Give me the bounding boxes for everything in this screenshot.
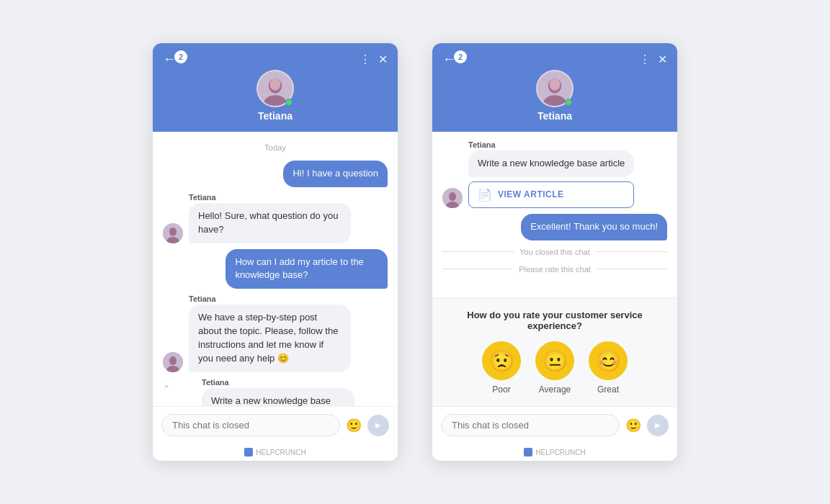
right-chat-body: Tetiana Write a new knowledge base artic… <box>432 132 677 297</box>
right-chat-header: ← 2 ⋮ ✕ Tetiana <box>432 43 677 132</box>
right-agent-bubble-1: Write a new knowledge base article <box>468 150 634 177</box>
right-chat-window: ← 2 ⋮ ✕ Tetiana <box>432 43 677 461</box>
right-input-area: 🙂 ► <box>432 406 677 444</box>
left-chat-body: Today Hi! I have a question Tetiana <box>153 132 398 406</box>
agent-msg-avatar-2 <box>163 352 183 372</box>
left-footer-text: HELPCRUNCH <box>256 449 305 456</box>
helpcrunch-logo-left <box>244 448 253 456</box>
left-header-right: ⋮ ✕ <box>360 53 388 66</box>
agent-sender-3: Tetiana <box>202 378 354 387</box>
back-icon[interactable]: ← <box>163 52 176 67</box>
agent-name: Tetiana <box>258 110 293 122</box>
system-text-closed: You closed this chat <box>519 248 589 256</box>
system-line-right <box>596 251 667 252</box>
right-agent-avatar-wrapper <box>536 70 574 107</box>
agent-message-1: Tetiana Hello! Sure, what question do yo… <box>163 193 388 243</box>
right-agent-msg-avatar-1 <box>442 188 463 208</box>
agent-message-3: Tetiana Write a new knowledge base artic… <box>176 378 388 406</box>
agent-bubble-1: Hello! Sure, what question do you have? <box>189 203 351 243</box>
article-label: VIEW ARTICLE <box>498 189 564 199</box>
svg-point-18 <box>449 192 456 201</box>
agent-bubble-3: Write a new knowledge base article <box>202 388 354 406</box>
rating-option-poor[interactable]: 😟 Poor <box>482 341 521 395</box>
right-send-button[interactable]: ► <box>647 415 669 436</box>
left-chat-window: ← 2 ⋮ ✕ Tetiana <box>153 43 398 461</box>
agent-sender-1: Tetiana <box>189 193 351 202</box>
right-close-icon[interactable]: ✕ <box>658 53 667 66</box>
right-online-dot <box>565 99 572 106</box>
system-line-left <box>442 251 514 252</box>
article-card[interactable]: 📄 VIEW ARTICLE <box>468 181 634 208</box>
right-header-left: ← 2 <box>442 52 455 67</box>
right-agent-name: Tetiana <box>537 110 572 122</box>
agent-message-2-content: Tetiana We have a step-by-step post abou… <box>189 294 351 372</box>
user-message-2-content: How can I add my article to the knowledg… <box>226 249 388 289</box>
right-header-right: ⋮ ✕ <box>639 53 667 66</box>
right-user-bubble-1: Excellent! Thank you so much! <box>521 214 667 240</box>
svg-point-3 <box>270 78 281 91</box>
system-line-right2 <box>597 269 667 269</box>
rating-question: How do you rate your customer service ex… <box>444 310 666 331</box>
agent-message-3-content: Tetiana Write a new knowledge base artic… <box>202 378 354 406</box>
user-message-2: How can I add my article to the knowledg… <box>163 249 388 289</box>
collapse-arrow[interactable]: ⌄ <box>163 379 170 390</box>
online-dot <box>285 99 293 106</box>
agent-sender-2: Tetiana <box>189 294 351 303</box>
left-send-button[interactable]: ► <box>367 415 389 436</box>
right-emoji-button[interactable]: 🙂 <box>625 418 641 433</box>
left-send-icon: ► <box>374 420 383 431</box>
agent-message-2: Tetiana We have a step-by-step post abou… <box>163 294 388 372</box>
right-agent-message-1: Tetiana Write a new knowledge base artic… <box>442 140 667 208</box>
left-input-area: 🙂 ► <box>153 406 398 444</box>
more-icon[interactable]: ⋮ <box>360 53 371 66</box>
document-icon: 📄 <box>478 188 492 202</box>
system-msg-rate: Please rate this chat <box>442 265 667 274</box>
rating-section: How do you rate your customer service ex… <box>432 297 677 406</box>
right-notification-badge: 2 <box>454 50 467 63</box>
user-bubble-1: Hi! I have a question <box>283 161 388 187</box>
agent-message-1-content: Tetiana Hello! Sure, what question do yo… <box>189 193 351 243</box>
svg-point-5 <box>169 228 177 236</box>
left-chat-input[interactable] <box>161 414 340 436</box>
notification-badge: 2 <box>174 50 187 63</box>
rating-options: 😟 Poor 😐 Average 😊 Great <box>444 341 666 395</box>
page-wrapper: ← 2 ⋮ ✕ Tetiana <box>0 0 830 504</box>
agent-collapsed-row: ⌄ Tetiana Write a new knowledge base art… <box>163 378 388 406</box>
system-text-rate: Please rate this chat <box>519 265 591 274</box>
svg-point-16 <box>550 78 561 91</box>
agent-bubble-2: We have a step-by-step post about the to… <box>189 305 351 372</box>
average-label: Average <box>539 384 571 395</box>
left-emoji-button[interactable]: 🙂 <box>346 418 362 433</box>
user-bubble-2: How can I add my article to the knowledg… <box>226 249 388 289</box>
right-agent-sender-1: Tetiana <box>468 140 634 149</box>
date-divider: Today <box>163 143 388 152</box>
right-user-message-1: Excellent! Thank you so much! <box>442 214 667 240</box>
poor-label: Poor <box>492 384 510 395</box>
great-emoji: 😊 <box>589 341 628 380</box>
right-back-icon[interactable]: ← <box>442 52 455 67</box>
left-chat-header: ← 2 ⋮ ✕ Tetiana <box>153 43 398 132</box>
right-agent-message-1-content: Tetiana Write a new knowledge base artic… <box>468 140 634 208</box>
left-header-left: ← 2 <box>163 52 176 67</box>
agent-msg-avatar-1 <box>163 223 183 243</box>
right-footer-text: HELPCRUNCH <box>535 449 585 456</box>
helpcrunch-logo-right <box>524 448 532 456</box>
rating-option-average[interactable]: 😐 Average <box>535 341 574 395</box>
svg-point-8 <box>169 356 177 365</box>
average-emoji: 😐 <box>535 341 574 380</box>
user-message-1: Hi! I have a question <box>163 161 388 187</box>
rating-option-great[interactable]: 😊 Great <box>589 341 628 395</box>
right-send-icon: ► <box>653 420 663 431</box>
great-label: Great <box>597 384 619 395</box>
user-message-1-content: Hi! I have a question <box>283 161 388 187</box>
right-more-icon[interactable]: ⋮ <box>639 53 651 66</box>
right-chat-input[interactable] <box>441 414 620 436</box>
left-chat-footer: HELPCRUNCH <box>153 444 398 461</box>
system-line-left2 <box>442 269 513 269</box>
poor-emoji: 😟 <box>482 341 521 380</box>
close-icon[interactable]: ✕ <box>378 53 388 66</box>
right-chat-footer: HELPCRUNCH <box>432 444 677 461</box>
system-msg-closed: You closed this chat <box>442 248 667 256</box>
agent-avatar-wrapper <box>256 70 294 107</box>
right-user-message-1-content: Excellent! Thank you so much! <box>521 214 667 240</box>
